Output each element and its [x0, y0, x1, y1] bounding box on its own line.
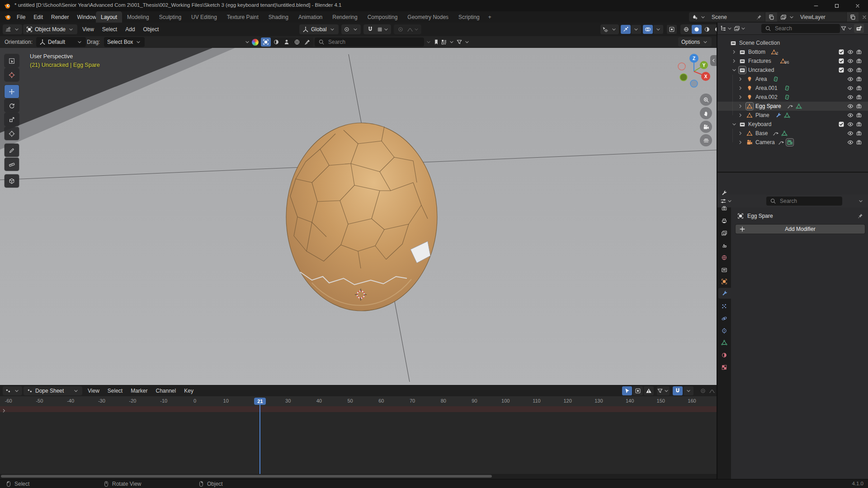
- pin-icon[interactable]: [756, 14, 762, 20]
- workspace-tab-modeling[interactable]: Modeling: [122, 11, 154, 23]
- hide-in-viewport-toggle[interactable]: [847, 130, 854, 136]
- workspace-tab-texture-paint[interactable]: Texture Paint: [222, 11, 264, 23]
- navigation-gizmo[interactable]: Z Y X: [675, 52, 713, 90]
- viewport-menu-object[interactable]: Object: [139, 24, 163, 34]
- properties-tab-collection[interactable]: [718, 264, 730, 275]
- outliner-row-scene-collection[interactable]: Scene Collection: [717, 38, 868, 47]
- outliner-row-plane[interactable]: Plane: [717, 111, 868, 120]
- menu-render[interactable]: Render: [47, 11, 73, 23]
- view-layer-selector[interactable]: ViewLayer: [778, 12, 868, 22]
- expand-icon[interactable]: [737, 94, 744, 100]
- tool-add-cube[interactable]: [5, 174, 19, 188]
- pin-icon[interactable]: [857, 213, 863, 219]
- camera-view-button[interactable]: [700, 121, 712, 133]
- outliner-row-area[interactable]: Area: [717, 75, 868, 84]
- viewport-menu-add[interactable]: Add: [121, 24, 139, 34]
- new-scene-icon[interactable]: [768, 14, 774, 20]
- hide-in-viewport-toggle[interactable]: [847, 85, 854, 91]
- disable-in-renders-toggle[interactable]: [856, 49, 862, 55]
- dope-editor-type-button[interactable]: [3, 386, 22, 395]
- workspace-tab-compositing[interactable]: Compositing: [363, 11, 403, 23]
- hide-in-viewport-toggle[interactable]: [847, 103, 854, 109]
- dope-menu-select[interactable]: Select: [104, 386, 127, 396]
- zoom-button[interactable]: [700, 94, 712, 106]
- filter-armature-toggle[interactable]: [282, 38, 292, 47]
- tool-cursor[interactable]: [5, 68, 19, 81]
- proportional-editing-toggle[interactable]: [396, 25, 406, 34]
- hide-in-viewport-toggle[interactable]: [847, 121, 854, 127]
- tool-measure[interactable]: [5, 158, 19, 171]
- overlays-dropdown[interactable]: [653, 25, 663, 34]
- collapse-icon[interactable]: [244, 39, 250, 45]
- filter-select-toggle[interactable]: [261, 38, 271, 47]
- workspace-tab-scripting[interactable]: Scripting: [453, 11, 485, 23]
- exclude-checkbox[interactable]: [838, 58, 844, 64]
- menu-file[interactable]: File: [13, 11, 29, 23]
- properties-tab-modifiers[interactable]: [718, 288, 731, 299]
- outliner-row-fractures[interactable]: Fractures96: [717, 56, 868, 66]
- dope-mode-dropdown[interactable]: Dope Sheet: [24, 386, 82, 395]
- dope-menu-marker[interactable]: Marker: [127, 386, 151, 396]
- outliner-row-area-001[interactable]: Area.001: [717, 84, 868, 93]
- filter-cleanup-toggle[interactable]: [302, 38, 312, 47]
- tool-rotate[interactable]: [5, 99, 19, 112]
- orthographic-toggle-button[interactable]: [700, 134, 712, 146]
- proportional-falloff-dropdown[interactable]: [407, 25, 420, 34]
- properties-tab-constraints[interactable]: [718, 325, 730, 336]
- expand-icon[interactable]: [737, 139, 744, 145]
- snap-toggle[interactable]: [365, 25, 375, 34]
- properties-tab-object-data[interactable]: [718, 337, 730, 348]
- pan-button[interactable]: [700, 107, 712, 119]
- properties-tab-physics[interactable]: [718, 313, 730, 324]
- disable-in-renders-toggle[interactable]: [856, 139, 862, 145]
- only-selected-toggle[interactable]: [622, 386, 632, 395]
- remove-view-layer-icon[interactable]: [861, 14, 868, 20]
- collapse-icon[interactable]: [731, 121, 737, 127]
- hide-in-viewport-toggle[interactable]: [847, 139, 854, 145]
- filter-world-toggle[interactable]: [292, 38, 302, 47]
- shading-material-button[interactable]: [702, 25, 712, 34]
- disable-in-renders-toggle[interactable]: [856, 67, 862, 73]
- playhead-line[interactable]: [259, 404, 260, 474]
- disable-in-renders-toggle[interactable]: [856, 58, 862, 64]
- bookmark-icon[interactable]: [433, 39, 439, 45]
- tool-annotate[interactable]: [5, 144, 19, 157]
- hide-in-viewport-toggle[interactable]: [847, 112, 854, 118]
- properties-search[interactable]: [766, 197, 842, 206]
- hide-in-viewport-toggle[interactable]: [847, 49, 854, 55]
- maximize-button[interactable]: [826, 0, 847, 11]
- properties-tab-scene[interactable]: [718, 240, 730, 251]
- workspace-tab-uv-editing[interactable]: UV Editing: [186, 11, 222, 23]
- minimize-button[interactable]: [806, 0, 826, 11]
- expand-icon[interactable]: [737, 76, 744, 82]
- dope-snap-toggle[interactable]: [673, 386, 683, 395]
- outliner-row-egg-spare[interactable]: Egg Spare: [717, 102, 868, 111]
- close-button[interactable]: [847, 0, 868, 11]
- outliner-row-base[interactable]: Base: [717, 129, 868, 138]
- expand-icon[interactable]: [737, 130, 744, 136]
- show-errors-toggle[interactable]: [644, 386, 654, 395]
- exclude-checkbox[interactable]: [838, 121, 844, 127]
- gizmo-minus-z-axis[interactable]: [690, 80, 698, 87]
- disable-in-renders-toggle[interactable]: [856, 121, 862, 127]
- xray-toggle[interactable]: [667, 25, 677, 34]
- dope-proportional-toggle[interactable]: [698, 386, 708, 395]
- expand-icon[interactable]: [737, 103, 744, 109]
- show-overlays-toggle[interactable]: [643, 25, 653, 34]
- show-object-types-dropdown[interactable]: [600, 24, 619, 34]
- workspace-tab-shading[interactable]: Shading: [264, 11, 293, 23]
- dope-menu-key[interactable]: Key: [180, 386, 198, 396]
- viewport-search[interactable]: [315, 38, 424, 47]
- viewport-menu-select[interactable]: Select: [98, 24, 121, 34]
- properties-search-input[interactable]: [779, 197, 839, 205]
- workspace-tab-sculpting[interactable]: Sculpting: [154, 11, 186, 23]
- properties-tab-particles[interactable]: [718, 301, 730, 312]
- dope-menu-view[interactable]: View: [84, 386, 104, 396]
- color-wheel-icon[interactable]: [252, 39, 259, 46]
- orientation-setting-dropdown[interactable]: Default: [36, 37, 86, 47]
- tool-move[interactable]: [5, 85, 19, 98]
- gizmo-minus-x-axis[interactable]: [678, 63, 685, 70]
- disable-in-renders-toggle[interactable]: [856, 130, 862, 136]
- exclude-checkbox[interactable]: [838, 67, 844, 73]
- expand-icon[interactable]: [731, 58, 737, 64]
